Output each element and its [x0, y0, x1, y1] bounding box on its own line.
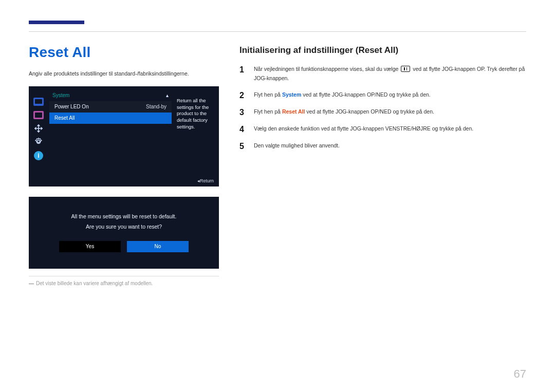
keyword-system: System [282, 91, 301, 98]
page-title: Reset All [29, 44, 219, 61]
osd-confirm-line1: All the menu settings will be reset to d… [47, 213, 201, 219]
step-text: Flyt hen på System ved at flytte JOG-kna… [254, 90, 526, 100]
osd-system-menu: i System ▴ Power LED On Stand-by Reset A… [29, 86, 219, 186]
step-number: 5 [239, 141, 248, 151]
steps-list: 1 Når vejledningen til funktionsknappern… [239, 65, 526, 151]
osd-header: System [52, 92, 69, 98]
step-text: Den valgte mulighed bliver anvendt. [254, 141, 526, 151]
gear-icon [33, 138, 44, 146]
osd-sidebar: i [32, 98, 45, 160]
osd-reset-confirm: All the menu settings will be reset to d… [29, 197, 219, 269]
step-number: 1 [239, 65, 248, 83]
footnote: ―Det viste billede kan variere afhængigt… [29, 281, 219, 286]
osd-return[interactable]: Return [197, 178, 214, 183]
step-number: 3 [239, 107, 248, 117]
osd-yes-button[interactable]: Yes [59, 241, 121, 252]
osd-confirm-line2: Are you sure you want to reset? [47, 223, 201, 230]
osd-row-label: Reset All [54, 115, 75, 121]
osd-hint: Return all the settings for the product … [174, 96, 216, 133]
osd-row-reset-all[interactable]: Reset All [49, 113, 172, 124]
section-marker [29, 21, 84, 24]
section-subtitle: Initialisering af indstillinger (Reset A… [239, 45, 526, 55]
step-text: Vælg den ønskede funktion ved at flytte … [254, 124, 526, 134]
info-icon: i [34, 151, 43, 160]
osd-no-button[interactable]: No [127, 241, 189, 252]
step-text: Flyt hen på Reset All ved at flytte JOG-… [254, 107, 526, 117]
page-lead: Angiv alle produktets indstillinger til … [29, 70, 219, 78]
jog-menu-icon [401, 66, 410, 72]
horizontal-rule [29, 31, 526, 32]
step-number: 2 [239, 90, 248, 100]
picture-icon [33, 111, 44, 119]
step-text: Når vejledningen til funktionsknapperne … [254, 65, 526, 83]
osd-row-value: Stand-by [146, 104, 166, 109]
move-icon [33, 124, 44, 133]
monitor-icon [33, 98, 44, 106]
keyword-reset-all: Reset All [282, 108, 305, 115]
step-number: 4 [239, 124, 248, 134]
osd-row-label: Power LED On [54, 104, 89, 109]
up-arrow-icon: ▴ [166, 92, 169, 98]
osd-row-power-led[interactable]: Power LED On Stand-by [49, 101, 172, 113]
footnote-rule [29, 276, 219, 276]
page-number: 67 [514, 367, 526, 381]
